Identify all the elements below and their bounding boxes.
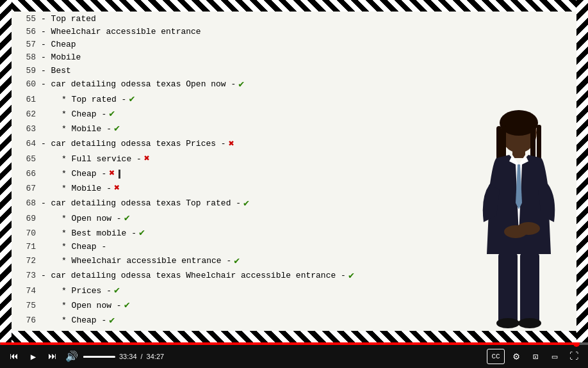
check-icon: ✔ [243,196,249,211]
text-line-69: 69* Open now - ✔ [18,211,448,226]
text-line-67: 67* Mobile - ✖ [18,181,448,196]
text-line-55: 55- Top rated [18,13,448,26]
check-icon: ✔ [129,92,135,107]
text-line-60: 60- car detailing odessa texas Open now … [18,77,448,92]
volume-fill [83,356,102,358]
time-separator: / [141,353,143,360]
svg-rect-9 [498,253,518,323]
cross-icon: ✖ [144,152,150,166]
video-container: 55- Top rated56- Wheelchair accessible e… [0,0,588,342]
check-icon: ✔ [238,77,244,92]
cross-icon: ✖ [109,166,115,181]
text-line-59: 59- Best [18,65,448,77]
text-line-61: 61* Top rated - ✔ [18,92,448,107]
svg-point-12 [518,318,541,328]
miniplayer-button[interactable]: ⊡ [528,349,543,364]
text-content: 55- Top rated56- Wheelchair accessible e… [18,12,448,331]
check-icon: ✔ [124,298,130,313]
check-icon: ✔ [109,107,115,122]
check-icon: ✔ [124,211,130,226]
text-cursor [118,170,120,179]
skip-back-button[interactable]: ⏮ [6,349,22,364]
text-line-76: 76* Cheap - ✔ [18,314,448,328]
svg-rect-1 [512,148,525,158]
cross-icon: ✖ [229,137,234,152]
svg-rect-6 [537,125,541,162]
volume-button[interactable]: 🔊 [64,349,79,364]
progress-fill [0,342,576,345]
fullscreen-button[interactable]: ⛶ [566,349,582,364]
play-button[interactable]: ▶ [26,349,41,364]
cross-icon: ✖ [114,181,120,196]
text-line-70: 70* Best mobile - ✔ [18,226,448,241]
text-line-66: 66* Cheap - ✖ [18,166,448,181]
text-line-72: 72* Wheelchair accessible entrance - ✔ [18,254,448,269]
stripe-left [0,0,12,342]
text-line-58: 58- Mobile [18,51,448,64]
check-icon: ✔ [234,254,240,269]
check-icon: ✔ [114,284,120,298]
text-line-63: 63* Mobile - ✔ [18,122,448,136]
text-line-71: 71* Cheap - [18,241,448,253]
settings-button[interactable]: ⚙ [509,349,524,364]
volume-slider[interactable] [83,356,115,358]
captions-button[interactable]: CC [487,349,505,364]
svg-rect-10 [520,253,539,323]
skip-forward-button[interactable]: ⏭ [45,349,60,364]
content-area: 55- Top rated56- Wheelchair accessible e… [12,12,576,331]
theater-button[interactable]: ▭ [547,349,562,364]
stripe-top [0,0,588,12]
check-icon: ✔ [109,314,115,328]
time-display: 33:34 [119,353,137,360]
text-line-68: 68- car detailing odessa texas Top rated… [18,196,448,211]
svg-point-11 [496,318,519,328]
text-line-56: 56- Wheelchair accessible entrance [18,26,448,38]
text-line-73: 73- car detailing odessa texas Wheelchai… [18,269,448,284]
check-icon: ✔ [114,122,120,136]
svg-point-8 [517,222,540,235]
text-line-57: 57- Cheap [18,38,448,51]
stripe-bottom [0,331,588,342]
check-icon: ✔ [348,269,354,284]
person-figure [461,107,576,331]
text-line-75: 75* Open now - ✔ [18,298,448,313]
stripe-right [576,0,588,342]
time-total: 34:27 [147,353,165,360]
text-line-62: 62* Cheap - ✔ [18,107,448,122]
check-icon: ✔ [139,226,145,241]
control-bar: ⏮ ▶ ⏭ 🔊 33:34 / 34:27 CC ⚙ ⊡ ▭ ⛶ [0,342,588,368]
text-line-64: 64- car detailing odessa texas Prices - … [18,137,448,152]
text-line-74: 74* Prices - ✔ [18,284,448,298]
text-line-65: 65* Full service - ✖ [18,152,448,166]
